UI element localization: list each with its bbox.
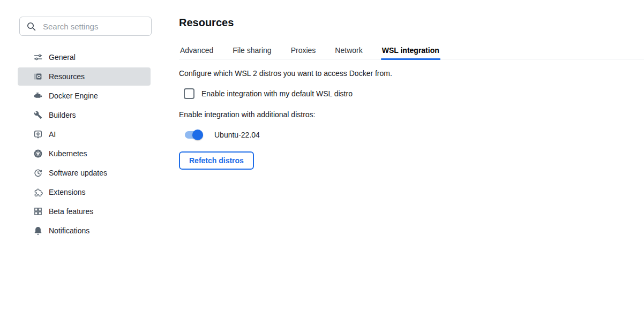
sidebar-item-label: Beta features: [49, 207, 93, 216]
wsl-description-text: Configure which WSL 2 distros you want t…: [179, 69, 392, 78]
search-settings-box[interactable]: [19, 17, 152, 36]
page-title: Resources: [179, 17, 234, 29]
sidebar-item-label: Docker Engine: [49, 92, 98, 100]
settings-nav: General Resources: [18, 48, 151, 241]
additional-distros-label: Enable integration with additional distr…: [179, 110, 316, 119]
sidebar-item-label: Builders: [49, 111, 76, 119]
distro-name: Ubuntu-22.04: [214, 131, 260, 139]
tab-proxies[interactable]: Proxies: [290, 45, 317, 59]
tab-network[interactable]: Network: [334, 45, 363, 59]
ai-sparkle-icon: [33, 130, 43, 139]
tab-file-sharing[interactable]: File sharing: [231, 45, 272, 59]
sidebar-item-notifications[interactable]: Notifications: [18, 222, 151, 240]
sidebar-item-resources[interactable]: Resources: [18, 67, 151, 86]
sidebar-item-kubernetes[interactable]: Kubernetes: [18, 145, 151, 163]
resources-icon: [33, 72, 43, 81]
sidebar-item-docker-engine[interactable]: Docker Engine: [18, 87, 151, 105]
sidebar-item-ai[interactable]: AI: [18, 125, 151, 143]
sidebar-item-label: Software updates: [49, 169, 107, 177]
default-distro-row: Enable integration with my default WSL d…: [184, 88, 353, 99]
sidebar-item-extensions[interactable]: Extensions: [18, 183, 151, 201]
docker-desktop-settings-window: General Resources: [0, 0, 644, 327]
sidebar-item-general[interactable]: General: [18, 48, 151, 66]
grid-icon: [33, 207, 43, 216]
search-icon: [26, 21, 36, 32]
wrench-icon: [33, 110, 43, 120]
puzzle-icon: [33, 187, 43, 197]
tab-wsl-integration[interactable]: WSL integration: [381, 45, 440, 59]
toggle-thumb: [192, 130, 203, 140]
bell-icon: [33, 226, 43, 235]
sliders-icon: [33, 52, 43, 62]
update-clock-icon: [33, 168, 43, 178]
settings-sidebar: General Resources: [0, 0, 178, 327]
sidebar-item-label: Kubernetes: [49, 149, 87, 158]
sidebar-item-label: General: [49, 53, 76, 62]
sidebar-item-software-updates[interactable]: Software updates: [18, 164, 151, 182]
refetch-distros-button[interactable]: Refetch distros: [179, 151, 254, 170]
sidebar-item-label: Notifications: [49, 226, 89, 235]
sidebar-item-label: Resources: [49, 72, 85, 81]
sidebar-item-builders[interactable]: Builders: [18, 106, 151, 124]
default-distro-checkbox[interactable]: [184, 88, 194, 99]
distro-row-ubuntu: Ubuntu-22.04: [185, 130, 260, 140]
distro-toggle[interactable]: [185, 130, 203, 140]
resources-tabs: Advanced File sharing Proxies Network WS…: [179, 45, 644, 59]
search-settings-input[interactable]: [43, 22, 149, 31]
sidebar-item-beta-features[interactable]: Beta features: [18, 202, 151, 220]
kubernetes-icon: [33, 149, 43, 158]
settings-main-panel: Resources Advanced File sharing Proxies …: [178, 0, 644, 327]
sidebar-item-label: Extensions: [49, 188, 85, 196]
default-distro-checkbox-label: Enable integration with my default WSL d…: [201, 89, 353, 98]
sidebar-item-label: AI: [49, 130, 56, 139]
engine-icon: [33, 91, 43, 101]
tab-advanced[interactable]: Advanced: [179, 45, 214, 59]
